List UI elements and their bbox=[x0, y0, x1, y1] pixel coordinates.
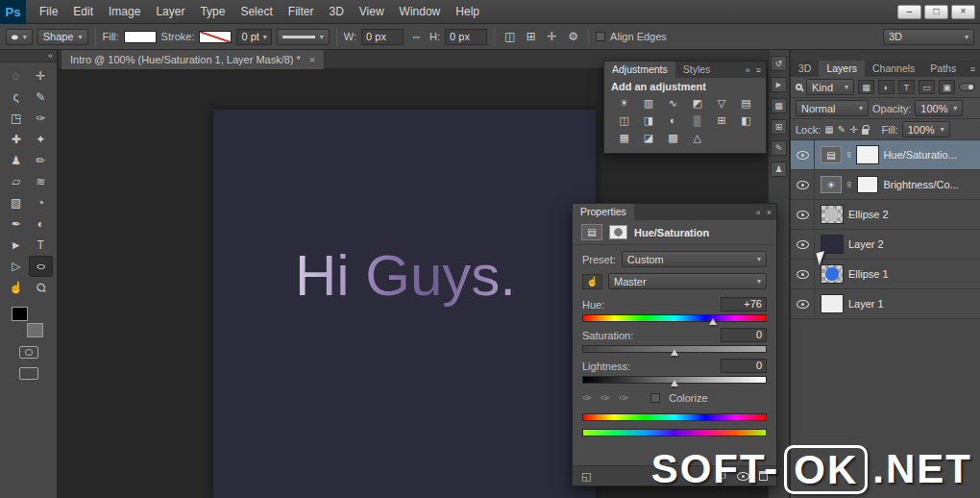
layer-name[interactable]: Hue/Saturatio... bbox=[883, 149, 956, 161]
layer-mask-thumbnail[interactable] bbox=[857, 176, 878, 193]
eraser-tool[interactable]: ▱ bbox=[4, 171, 29, 192]
color-balance-icon[interactable]: ◫ bbox=[612, 112, 636, 129]
menu-layer[interactable]: Layer bbox=[148, 0, 192, 24]
lightness-slider[interactable] bbox=[582, 376, 767, 384]
exposure-icon[interactable]: ◩ bbox=[685, 94, 709, 112]
visibility-cell[interactable] bbox=[791, 260, 815, 288]
menu-file[interactable]: File bbox=[32, 0, 65, 24]
lock-all-icon[interactable] bbox=[862, 129, 869, 135]
close-icon[interactable]: × bbox=[767, 208, 772, 217]
path-alignment-icon[interactable]: ⊞ bbox=[523, 30, 539, 43]
type-tool[interactable]: T bbox=[29, 235, 54, 256]
fill-dropdown[interactable]: 100% ▾ bbox=[902, 121, 950, 137]
clip-to-layer-icon[interactable]: ◱ bbox=[581, 470, 591, 483]
close-icon[interactable]: × bbox=[309, 54, 315, 65]
layer-mask-thumbnail[interactable] bbox=[857, 146, 878, 163]
healing-brush-tool[interactable]: ✚ bbox=[4, 129, 29, 150]
photo-filter-icon[interactable]: ◐ bbox=[661, 112, 685, 129]
opacity-dropdown[interactable]: 100% ▾ bbox=[915, 100, 963, 116]
lasso-tool[interactable]: ς bbox=[4, 87, 29, 108]
stroke-swatch[interactable] bbox=[199, 31, 232, 43]
menu-filter[interactable]: Filter bbox=[281, 0, 322, 24]
channel-dropdown[interactable]: Master ▾ bbox=[608, 273, 767, 289]
menu-edit[interactable]: Edit bbox=[65, 0, 101, 24]
ellipse-tool[interactable]: ○ bbox=[29, 256, 54, 277]
tab-layers[interactable]: Layers bbox=[819, 61, 865, 77]
pencil-tool[interactable]: ✏ bbox=[29, 150, 54, 171]
gear-icon[interactable]: ⚙ bbox=[565, 30, 581, 43]
channel-mixer-icon[interactable]: ▒ bbox=[685, 112, 709, 129]
quick-selection-tool[interactable]: ✎ bbox=[29, 87, 54, 108]
filter-smart-objects-icon[interactable]: ▣ bbox=[939, 80, 955, 94]
layer-name[interactable]: Ellipse 2 bbox=[848, 209, 889, 220]
add-eyedropper-icon[interactable]: ✑ bbox=[600, 391, 610, 405]
filter-adjustment-layers-icon[interactable]: ◐ bbox=[878, 80, 894, 94]
layer-row-brightness-contrast[interactable]: ☀ ∞ Brightness/Co... bbox=[791, 170, 980, 200]
panel-menu-icon[interactable]: ≡ bbox=[756, 65, 761, 75]
brightness-contrast-thumbnail[interactable]: ☀ bbox=[821, 176, 842, 193]
stroke-width-field[interactable]: 0 pt ▾ bbox=[236, 29, 271, 45]
link-dimensions-icon[interactable]: ⇔ bbox=[408, 30, 425, 43]
lock-transparency-icon[interactable]: ▦ bbox=[824, 124, 833, 135]
saturation-slider-thumb[interactable] bbox=[671, 349, 678, 356]
menu-help[interactable]: Help bbox=[448, 0, 487, 24]
tool-preset-picker[interactable]: ● ▾ bbox=[6, 29, 33, 45]
eye-icon[interactable] bbox=[796, 151, 809, 160]
screen-mode-button[interactable] bbox=[19, 367, 38, 380]
menu-3d[interactable]: 3D bbox=[321, 0, 351, 24]
visibility-cell[interactable] bbox=[791, 289, 815, 318]
saturation-value-field[interactable]: 0 bbox=[721, 328, 767, 342]
eye-icon[interactable] bbox=[796, 270, 809, 279]
swatches-panel-icon[interactable]: ⊞ bbox=[771, 119, 787, 135]
curves-icon[interactable]: ∿ bbox=[661, 94, 685, 112]
hue-slider[interactable] bbox=[582, 314, 767, 322]
eyedropper-tool[interactable]: ✑ bbox=[29, 108, 54, 129]
lock-pixels-icon[interactable]: ✎ bbox=[838, 124, 845, 135]
clone-source-panel-icon[interactable]: ♟ bbox=[771, 162, 787, 177]
visibility-cell[interactable] bbox=[791, 230, 815, 259]
layer-row-ellipse-2[interactable]: Ellipse 2 bbox=[791, 200, 980, 230]
stroke-style-dropdown[interactable]: ▾ bbox=[277, 29, 330, 45]
menu-view[interactable]: View bbox=[352, 0, 392, 24]
tab-styles[interactable]: Styles bbox=[675, 62, 719, 78]
history-panel-icon[interactable]: ↺ bbox=[771, 56, 787, 71]
document-tab[interactable]: Intro @ 100% (Hue/Saturation 1, Layer Ma… bbox=[61, 50, 325, 69]
hue-slider-thumb[interactable] bbox=[709, 318, 717, 325]
shape-height-field[interactable]: 0 px bbox=[445, 29, 487, 45]
move-tool[interactable]: ✛ bbox=[29, 65, 54, 87]
hue-saturation-thumbnail[interactable]: ▤ bbox=[821, 146, 842, 163]
tab-channels[interactable]: Channels bbox=[865, 61, 922, 77]
layer-name[interactable]: Brightness/Co... bbox=[883, 179, 958, 190]
maximize-button[interactable]: □ bbox=[924, 5, 948, 19]
eye-icon[interactable] bbox=[796, 211, 809, 219]
brush-panel-icon[interactable]: ✎ bbox=[771, 140, 787, 156]
eyedropper-icon[interactable]: ✑ bbox=[582, 391, 592, 405]
menu-image[interactable]: Image bbox=[101, 0, 148, 24]
brightness-contrast-icon[interactable]: ☀ bbox=[612, 94, 636, 112]
path-selection-tool[interactable]: ► bbox=[4, 235, 29, 256]
black-white-icon[interactable]: ◨ bbox=[636, 112, 660, 129]
layer-name[interactable]: Layer 1 bbox=[848, 298, 884, 310]
elliptical-marquee-tool[interactable]: ◌ bbox=[4, 65, 29, 87]
layer-row-layer-1[interactable]: Layer 1 bbox=[791, 289, 980, 319]
dodge-tool[interactable]: ◐ bbox=[29, 213, 54, 235]
gradient-map-icon[interactable]: ▩ bbox=[661, 129, 685, 146]
layer-thumbnail[interactable] bbox=[821, 294, 844, 313]
lightness-slider-thumb[interactable] bbox=[671, 380, 678, 386]
workspace-dropdown[interactable]: 3D ▾ bbox=[883, 29, 974, 45]
zoom-tool[interactable]: Ϙ bbox=[29, 277, 54, 298]
blend-mode-dropdown[interactable]: Normal ▾ bbox=[796, 100, 869, 116]
collapse-panel-icon[interactable]: « bbox=[0, 50, 57, 62]
history-brush-tool[interactable]: ≋ bbox=[29, 171, 54, 192]
eye-icon[interactable] bbox=[796, 181, 809, 189]
menu-window[interactable]: Window bbox=[392, 0, 449, 24]
quick-mask-button[interactable] bbox=[19, 346, 38, 359]
crop-tool[interactable]: ◳ bbox=[4, 108, 29, 129]
gradient-tool[interactable]: ▧ bbox=[4, 192, 29, 213]
minimize-button[interactable]: – bbox=[897, 5, 921, 19]
filter-pixel-layers-icon[interactable]: ▦ bbox=[858, 80, 874, 94]
colorize-checkbox[interactable] bbox=[650, 393, 660, 403]
hue-saturation-icon[interactable]: ▤ bbox=[734, 94, 758, 112]
brush-tool[interactable]: ✦ bbox=[29, 129, 54, 150]
menu-select[interactable]: Select bbox=[233, 0, 280, 24]
